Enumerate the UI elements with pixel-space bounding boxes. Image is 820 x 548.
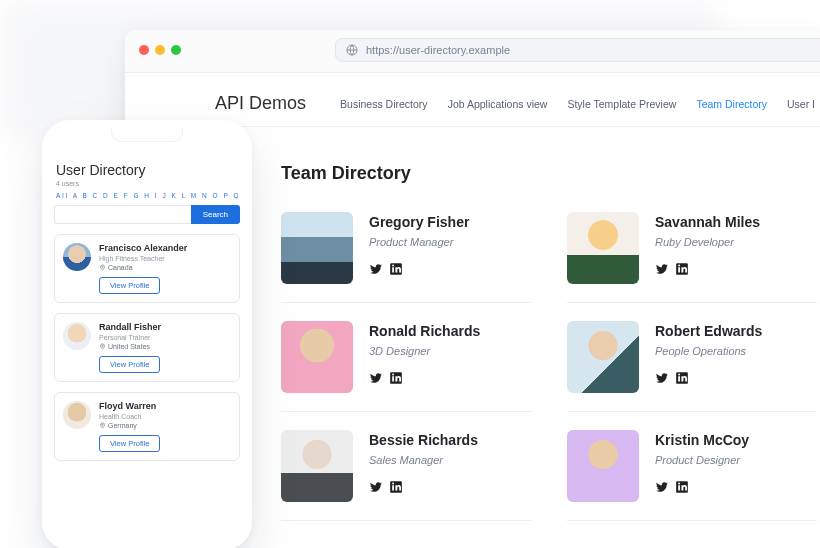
phone-notch	[111, 128, 183, 142]
user-location-text: Canada	[108, 264, 133, 271]
user-card: Floyd Warren Health Coach Germany View P…	[54, 392, 240, 461]
user-card: Randall Fisher Personal Trainer United S…	[54, 313, 240, 382]
user-location-text: Germany	[108, 422, 137, 429]
search-button[interactable]: Search	[191, 205, 240, 224]
member-name: Kristin McCoy	[655, 432, 749, 448]
nav-style-template-preview[interactable]: Style Template Preview	[567, 98, 676, 110]
avatar	[281, 430, 353, 502]
svg-point-9	[392, 374, 394, 376]
avatar	[567, 321, 639, 393]
pin-icon	[99, 422, 106, 429]
user-role: Personal Trainer	[99, 334, 161, 341]
view-profile-button[interactable]: View Profile	[99, 435, 160, 452]
avatar	[281, 321, 353, 393]
team-grid: Gregory Fisher Product Manager Savannah …	[281, 212, 815, 539]
svg-point-19	[102, 266, 103, 267]
twitter-icon[interactable]	[369, 262, 383, 276]
avatar	[63, 322, 91, 350]
window-minimize-dot[interactable]	[155, 45, 165, 55]
member-role: People Operations	[655, 345, 762, 357]
app-header: API Demos Business Directory Job Applica…	[125, 73, 820, 127]
view-profile-button[interactable]: View Profile	[99, 356, 160, 373]
user-name: Randall Fisher	[99, 322, 161, 332]
twitter-icon[interactable]	[655, 371, 669, 385]
svg-point-15	[392, 483, 394, 485]
user-location: Canada	[99, 264, 187, 271]
twitter-icon[interactable]	[655, 480, 669, 494]
svg-point-6	[678, 265, 680, 267]
user-card: Francisco Alexander High Fitness Teacher…	[54, 234, 240, 303]
user-location: United States	[99, 343, 161, 350]
svg-rect-11	[678, 376, 680, 381]
svg-point-21	[102, 424, 103, 425]
svg-point-12	[678, 374, 680, 376]
svg-point-20	[102, 345, 103, 346]
user-role: Health Coach	[99, 413, 160, 420]
nav-team-directory[interactable]: Team Directory	[696, 98, 767, 110]
window-controls	[139, 45, 181, 55]
alphabet-filter[interactable]: All A B C D E F G H I J K L M N O P Q R …	[56, 192, 238, 199]
svg-point-18	[678, 483, 680, 485]
svg-point-3	[392, 265, 394, 267]
team-member-card: Robert Edwards People Operations	[567, 321, 817, 412]
member-name: Gregory Fisher	[369, 214, 469, 230]
window-close-dot[interactable]	[139, 45, 149, 55]
url-text: https://user-directory.example	[366, 44, 510, 56]
url-bar[interactable]: https://user-directory.example	[335, 38, 820, 62]
search-input[interactable]	[54, 205, 191, 224]
pin-icon	[99, 343, 106, 350]
brand-title: API Demos	[215, 93, 306, 114]
search-row: Search	[54, 205, 240, 224]
member-name: Bessie Richards	[369, 432, 478, 448]
phone-mock: User Directory 4 users All A B C D E F G…	[42, 120, 252, 548]
window-zoom-dot[interactable]	[171, 45, 181, 55]
globe-icon	[346, 44, 358, 56]
phone-title: User Directory	[56, 162, 238, 178]
phone-subtitle: 4 users	[56, 180, 238, 187]
member-role: 3D Designer	[369, 345, 480, 357]
member-name: Savannah Miles	[655, 214, 760, 230]
svg-rect-14	[392, 485, 394, 490]
svg-rect-17	[678, 485, 680, 490]
nav-user[interactable]: User I	[787, 98, 815, 110]
twitter-icon[interactable]	[369, 371, 383, 385]
browser-titlebar: https://user-directory.example	[125, 30, 820, 73]
user-role: High Fitness Teacher	[99, 255, 187, 262]
pin-icon	[99, 264, 106, 271]
user-name: Floyd Warren	[99, 401, 160, 411]
avatar	[281, 212, 353, 284]
avatar	[63, 401, 91, 429]
twitter-icon[interactable]	[655, 262, 669, 276]
member-role: Ruby Developer	[655, 236, 760, 248]
member-role: Product Designer	[655, 454, 749, 466]
nav-business-directory[interactable]: Business Directory	[340, 98, 428, 110]
member-role: Sales Manager	[369, 454, 478, 466]
linkedin-icon[interactable]	[389, 371, 403, 385]
linkedin-icon[interactable]	[675, 371, 689, 385]
team-member-card: Gregory Fisher Product Manager	[281, 212, 531, 303]
top-nav: Business Directory Job Applications view…	[340, 98, 815, 110]
member-name: Robert Edwards	[655, 323, 762, 339]
member-name: Ronald Richards	[369, 323, 480, 339]
linkedin-icon[interactable]	[675, 262, 689, 276]
view-profile-button[interactable]: View Profile	[99, 277, 160, 294]
linkedin-icon[interactable]	[389, 262, 403, 276]
linkedin-icon[interactable]	[675, 480, 689, 494]
nav-job-applications[interactable]: Job Applications view	[448, 98, 548, 110]
svg-rect-2	[392, 267, 394, 272]
team-member-card: Kristin McCoy Product Designer	[567, 430, 817, 521]
member-role: Product Manager	[369, 236, 469, 248]
svg-rect-5	[678, 267, 680, 272]
svg-rect-8	[392, 376, 394, 381]
linkedin-icon[interactable]	[389, 480, 403, 494]
user-name: Francisco Alexander	[99, 243, 187, 253]
team-member-card: Ronald Richards 3D Designer	[281, 321, 531, 412]
user-location: Germany	[99, 422, 160, 429]
team-member-card: Savannah Miles Ruby Developer	[567, 212, 817, 303]
avatar	[63, 243, 91, 271]
user-location-text: United States	[108, 343, 150, 350]
twitter-icon[interactable]	[369, 480, 383, 494]
page-title: Team Directory	[281, 163, 815, 184]
avatar	[567, 430, 639, 502]
avatar	[567, 212, 639, 284]
